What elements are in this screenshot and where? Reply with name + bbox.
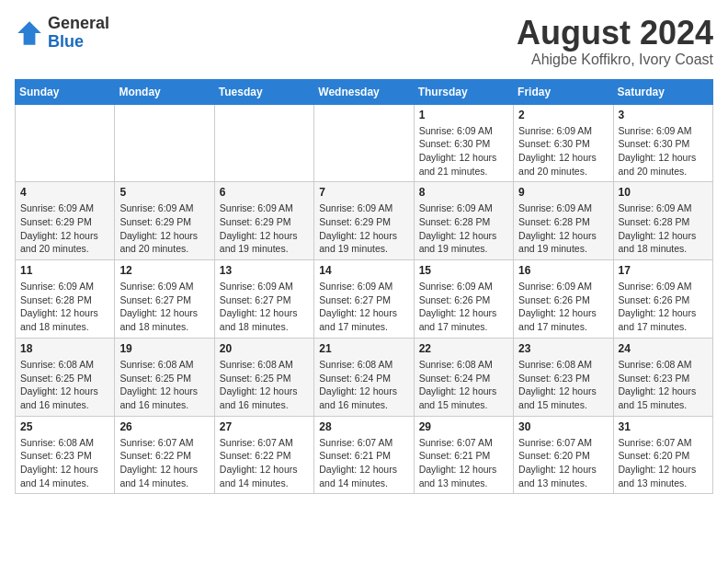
day-cell: 16Sunrise: 6:09 AM Sunset: 6:26 PM Dayli… bbox=[514, 260, 613, 339]
day-cell: 27Sunrise: 6:07 AM Sunset: 6:22 PM Dayli… bbox=[214, 416, 313, 494]
day-cell: 23Sunrise: 6:08 AM Sunset: 6:23 PM Dayli… bbox=[514, 338, 613, 416]
weekday-header-monday: Monday bbox=[115, 79, 214, 104]
day-cell: 25Sunrise: 6:08 AM Sunset: 6:23 PM Dayli… bbox=[16, 416, 115, 494]
day-number: 9 bbox=[518, 186, 608, 199]
day-cell: 11Sunrise: 6:09 AM Sunset: 6:28 PM Dayli… bbox=[16, 260, 115, 339]
day-cell: 2Sunrise: 6:09 AM Sunset: 6:30 PM Daylig… bbox=[514, 104, 613, 182]
day-number: 1 bbox=[419, 109, 508, 121]
logo-blue: Blue bbox=[48, 33, 109, 52]
day-cell: 9Sunrise: 6:09 AM Sunset: 6:28 PM Daylig… bbox=[514, 182, 613, 260]
title-area: August 2024 Ahigbe Koffikro, Ivory Coast bbox=[517, 15, 713, 68]
weekday-header-saturday: Saturday bbox=[613, 79, 712, 104]
week-row-1: 4Sunrise: 6:09 AM Sunset: 6:29 PM Daylig… bbox=[16, 182, 713, 260]
weekday-header-sunday: Sunday bbox=[16, 79, 115, 104]
day-cell: 24Sunrise: 6:08 AM Sunset: 6:23 PM Dayli… bbox=[613, 338, 712, 416]
day-info: Sunrise: 6:08 AM Sunset: 6:25 PM Dayligh… bbox=[220, 358, 309, 412]
day-number: 16 bbox=[518, 264, 608, 277]
day-number: 31 bbox=[619, 420, 708, 433]
day-number: 5 bbox=[119, 186, 209, 199]
day-cell bbox=[16, 104, 115, 182]
day-info: Sunrise: 6:09 AM Sunset: 6:29 PM Dayligh… bbox=[119, 201, 209, 256]
day-cell: 17Sunrise: 6:09 AM Sunset: 6:26 PM Dayli… bbox=[613, 260, 712, 339]
day-cell: 3Sunrise: 6:09 AM Sunset: 6:30 PM Daylig… bbox=[613, 104, 712, 182]
day-cell: 13Sunrise: 6:09 AM Sunset: 6:27 PM Dayli… bbox=[214, 260, 313, 339]
logo: General Blue bbox=[15, 15, 109, 52]
weekday-header-row: SundayMondayTuesdayWednesdayThursdayFrid… bbox=[16, 79, 713, 104]
day-info: Sunrise: 6:09 AM Sunset: 6:30 PM Dayligh… bbox=[619, 124, 708, 178]
day-number: 17 bbox=[619, 264, 708, 277]
day-cell bbox=[214, 104, 313, 182]
day-info: Sunrise: 6:08 AM Sunset: 6:23 PM Dayligh… bbox=[619, 358, 708, 412]
day-number: 29 bbox=[419, 420, 508, 433]
weekday-header-tuesday: Tuesday bbox=[214, 79, 313, 104]
day-info: Sunrise: 6:07 AM Sunset: 6:21 PM Dayligh… bbox=[419, 436, 508, 490]
week-row-0: 1Sunrise: 6:09 AM Sunset: 6:30 PM Daylig… bbox=[16, 104, 713, 182]
day-info: Sunrise: 6:09 AM Sunset: 6:27 PM Dayligh… bbox=[220, 280, 309, 334]
day-info: Sunrise: 6:09 AM Sunset: 6:26 PM Dayligh… bbox=[518, 280, 608, 334]
day-info: Sunrise: 6:08 AM Sunset: 6:25 PM Dayligh… bbox=[119, 358, 209, 412]
weekday-header-wednesday: Wednesday bbox=[314, 79, 414, 104]
day-number: 6 bbox=[220, 186, 309, 199]
day-info: Sunrise: 6:07 AM Sunset: 6:22 PM Dayligh… bbox=[220, 436, 309, 490]
week-row-2: 11Sunrise: 6:09 AM Sunset: 6:28 PM Dayli… bbox=[16, 260, 713, 339]
day-info: Sunrise: 6:09 AM Sunset: 6:26 PM Dayligh… bbox=[619, 280, 708, 334]
day-number: 12 bbox=[119, 264, 209, 277]
week-row-3: 18Sunrise: 6:08 AM Sunset: 6:25 PM Dayli… bbox=[16, 338, 713, 416]
day-cell: 18Sunrise: 6:08 AM Sunset: 6:25 PM Dayli… bbox=[16, 338, 115, 416]
month-title: August 2024 bbox=[517, 15, 713, 52]
svg-marker-0 bbox=[17, 21, 41, 45]
day-number: 14 bbox=[319, 264, 408, 277]
day-number: 7 bbox=[319, 186, 408, 199]
day-info: Sunrise: 6:08 AM Sunset: 6:24 PM Dayligh… bbox=[319, 358, 408, 412]
day-number: 21 bbox=[319, 342, 408, 355]
day-info: Sunrise: 6:08 AM Sunset: 6:24 PM Dayligh… bbox=[419, 358, 508, 412]
day-cell: 26Sunrise: 6:07 AM Sunset: 6:22 PM Dayli… bbox=[115, 416, 214, 494]
day-cell: 6Sunrise: 6:09 AM Sunset: 6:29 PM Daylig… bbox=[214, 182, 313, 260]
day-info: Sunrise: 6:09 AM Sunset: 6:30 PM Dayligh… bbox=[419, 124, 508, 178]
day-number: 13 bbox=[220, 264, 309, 277]
day-info: Sunrise: 6:09 AM Sunset: 6:27 PM Dayligh… bbox=[319, 280, 408, 334]
day-cell: 28Sunrise: 6:07 AM Sunset: 6:21 PM Dayli… bbox=[314, 416, 414, 494]
day-number: 4 bbox=[20, 186, 109, 199]
day-cell bbox=[314, 104, 414, 182]
day-number: 24 bbox=[619, 342, 708, 355]
day-cell: 29Sunrise: 6:07 AM Sunset: 6:21 PM Dayli… bbox=[414, 416, 513, 494]
day-cell: 12Sunrise: 6:09 AM Sunset: 6:27 PM Dayli… bbox=[115, 260, 214, 339]
day-cell: 21Sunrise: 6:08 AM Sunset: 6:24 PM Dayli… bbox=[314, 338, 414, 416]
day-number: 25 bbox=[20, 420, 109, 433]
day-info: Sunrise: 6:09 AM Sunset: 6:29 PM Dayligh… bbox=[220, 201, 309, 256]
day-cell: 30Sunrise: 6:07 AM Sunset: 6:20 PM Dayli… bbox=[514, 416, 613, 494]
day-info: Sunrise: 6:09 AM Sunset: 6:28 PM Dayligh… bbox=[419, 201, 508, 256]
day-info: Sunrise: 6:07 AM Sunset: 6:22 PM Dayligh… bbox=[119, 436, 209, 490]
day-number: 22 bbox=[419, 342, 508, 355]
day-cell: 19Sunrise: 6:08 AM Sunset: 6:25 PM Dayli… bbox=[115, 338, 214, 416]
day-number: 27 bbox=[220, 420, 309, 433]
weekday-header-friday: Friday bbox=[514, 79, 613, 104]
day-info: Sunrise: 6:07 AM Sunset: 6:20 PM Dayligh… bbox=[619, 436, 708, 490]
day-number: 30 bbox=[518, 420, 608, 433]
day-number: 19 bbox=[119, 342, 209, 355]
day-info: Sunrise: 6:08 AM Sunset: 6:25 PM Dayligh… bbox=[20, 358, 109, 412]
day-info: Sunrise: 6:09 AM Sunset: 6:28 PM Dayligh… bbox=[518, 201, 608, 256]
day-cell: 15Sunrise: 6:09 AM Sunset: 6:26 PM Dayli… bbox=[414, 260, 513, 339]
day-cell: 5Sunrise: 6:09 AM Sunset: 6:29 PM Daylig… bbox=[115, 182, 214, 260]
day-info: Sunrise: 6:09 AM Sunset: 6:30 PM Dayligh… bbox=[518, 124, 608, 178]
day-info: Sunrise: 6:08 AM Sunset: 6:23 PM Dayligh… bbox=[20, 436, 109, 490]
day-number: 28 bbox=[319, 420, 408, 433]
day-number: 15 bbox=[419, 264, 508, 277]
day-number: 26 bbox=[119, 420, 209, 433]
calendar-table: SundayMondayTuesdayWednesdayThursdayFrid… bbox=[15, 79, 713, 495]
logo-text: General Blue bbox=[48, 15, 109, 52]
logo-general: General bbox=[48, 15, 109, 33]
day-cell: 1Sunrise: 6:09 AM Sunset: 6:30 PM Daylig… bbox=[414, 104, 513, 182]
day-info: Sunrise: 6:09 AM Sunset: 6:29 PM Dayligh… bbox=[20, 201, 109, 256]
day-info: Sunrise: 6:08 AM Sunset: 6:23 PM Dayligh… bbox=[518, 358, 608, 412]
day-number: 3 bbox=[619, 109, 708, 121]
day-number: 20 bbox=[220, 342, 309, 355]
week-row-4: 25Sunrise: 6:08 AM Sunset: 6:23 PM Dayli… bbox=[16, 416, 713, 494]
day-number: 11 bbox=[20, 264, 109, 277]
weekday-header-thursday: Thursday bbox=[414, 79, 513, 104]
day-cell: 8Sunrise: 6:09 AM Sunset: 6:28 PM Daylig… bbox=[414, 182, 513, 260]
day-info: Sunrise: 6:07 AM Sunset: 6:20 PM Dayligh… bbox=[518, 436, 608, 490]
day-number: 10 bbox=[619, 186, 708, 199]
